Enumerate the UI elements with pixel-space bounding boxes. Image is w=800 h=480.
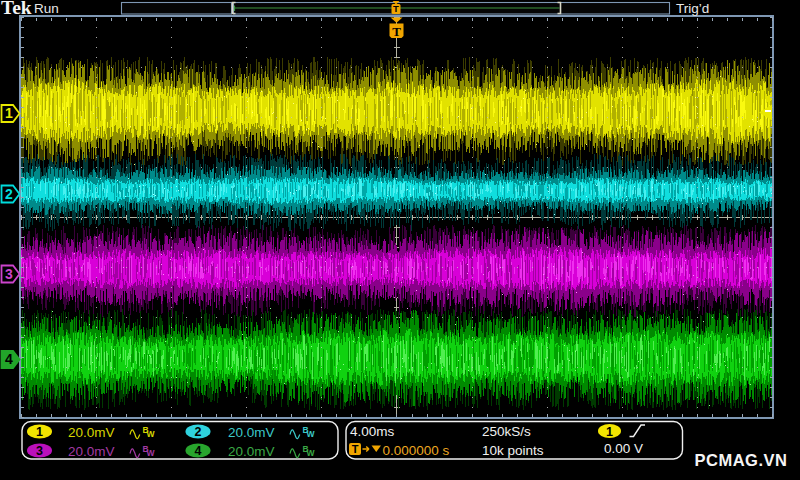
svg-text:4: 4 xyxy=(195,444,202,458)
svg-text:1: 1 xyxy=(606,425,613,439)
svg-text:0.00 V: 0.00 V xyxy=(604,441,643,456)
svg-text:4.00ms: 4.00ms xyxy=(350,424,395,439)
svg-text:10k points: 10k points xyxy=(482,443,544,458)
svg-text:Run: Run xyxy=(34,1,59,16)
svg-text:T: T xyxy=(393,3,399,14)
svg-text:W: W xyxy=(307,429,316,439)
svg-text:3: 3 xyxy=(36,444,43,458)
svg-text:2: 2 xyxy=(195,425,202,439)
svg-text:W: W xyxy=(147,429,156,439)
svg-text:Trig’d: Trig’d xyxy=(676,1,709,16)
svg-text:20.0mV: 20.0mV xyxy=(228,425,275,440)
svg-text:Tek: Tek xyxy=(1,0,32,18)
svg-text:2: 2 xyxy=(5,186,13,202)
svg-text:T: T xyxy=(392,24,401,39)
svg-text:W: W xyxy=(307,448,316,458)
svg-text:1: 1 xyxy=(5,105,13,121)
svg-text:3: 3 xyxy=(5,266,13,282)
svg-text:20.0mV: 20.0mV xyxy=(68,444,115,459)
svg-text:20.0mV: 20.0mV xyxy=(228,444,275,459)
svg-text:250kS/s: 250kS/s xyxy=(482,424,531,439)
svg-text:1: 1 xyxy=(36,425,43,439)
svg-text:W: W xyxy=(147,448,156,458)
svg-text:20.0mV: 20.0mV xyxy=(68,425,115,440)
svg-text:PCMAG.VN: PCMAG.VN xyxy=(695,451,788,469)
svg-text:0.000000 s: 0.000000 s xyxy=(383,443,450,458)
svg-text:4: 4 xyxy=(5,351,13,367)
svg-text:T: T xyxy=(352,443,359,455)
